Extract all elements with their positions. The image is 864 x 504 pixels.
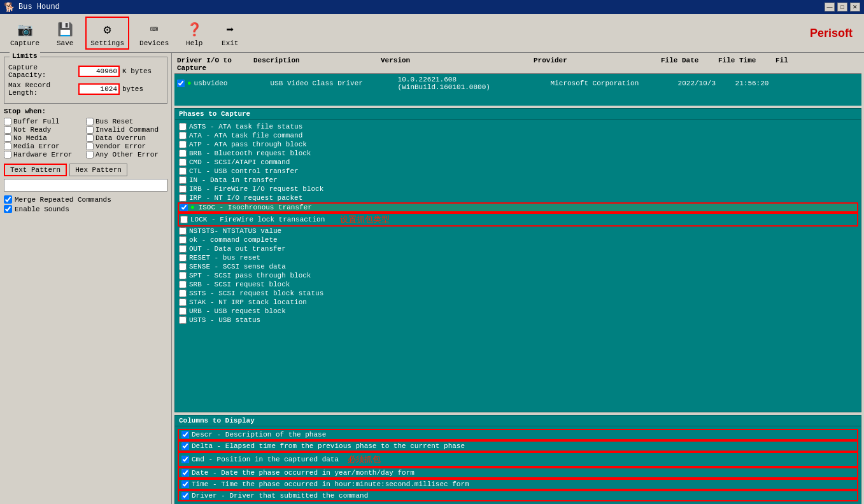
- phase-ata-label: ATA - ATA task file command: [189, 132, 302, 139]
- phase-lock-label: LOCK - FireWire lock transaction: [190, 216, 325, 223]
- phases-header: Phases to Capture: [175, 109, 861, 120]
- hardware-error-checkbox[interactable]: [4, 151, 11, 158]
- merge-repeated-commands-checkbox[interactable]: [4, 195, 12, 204]
- phase-brb-label: BRB - Bluetooth request block: [189, 150, 311, 157]
- phase-irb-checkbox[interactable]: [179, 185, 187, 193]
- list-item: CMD - SCSI/ATAPI command: [178, 158, 858, 167]
- list-item: RESET - bus reset: [178, 253, 858, 262]
- list-item: ● ISOC - Isochronous transfer: [178, 202, 858, 213]
- phase-asts-checkbox[interactable]: [179, 123, 187, 130]
- phase-out-label: OUT - Data out transfer: [189, 245, 286, 253]
- columns-red-annotation: 必须抓包: [348, 454, 381, 465]
- close-button[interactable]: ✕: [850, 3, 860, 11]
- left-panel: Limits Capture Capacity: K bytes Max Rec…: [0, 53, 172, 504]
- vendor-error-checkbox[interactable]: [86, 143, 94, 150]
- phase-ctl-checkbox[interactable]: [179, 167, 187, 175]
- any-other-error-checkbox[interactable]: [86, 151, 94, 158]
- minimize-button[interactable]: —: [825, 3, 835, 11]
- phase-ssts-label: SSTS - SCSI request block status: [189, 290, 323, 297]
- phase-ssts-checkbox[interactable]: [179, 290, 187, 297]
- phase-ok-checkbox[interactable]: [179, 236, 187, 244]
- max-record-label: Max Record Length:: [8, 81, 78, 97]
- phase-cmd-checkbox[interactable]: [179, 158, 187, 166]
- max-record-length-row: Max Record Length: bytes: [8, 81, 163, 97]
- settings-button[interactable]: ⚙️ Settings: [85, 17, 129, 50]
- options-section: Merge Repeated Commands Enable Sounds: [4, 195, 167, 213]
- not-ready-checkbox[interactable]: [4, 126, 11, 134]
- phase-ata-checkbox[interactable]: [179, 132, 187, 139]
- list-item: BRB - Bluetooth request block: [178, 149, 858, 158]
- phase-spt-checkbox[interactable]: [179, 272, 187, 279]
- phase-ok-label: ok - command complete: [189, 236, 278, 244]
- text-pattern-button[interactable]: Text Pattern: [4, 164, 67, 176]
- col-time-checkbox[interactable]: [181, 480, 189, 488]
- phase-usts-checkbox[interactable]: [179, 316, 187, 324]
- capture-capacity-input[interactable]: [78, 66, 120, 77]
- help-button[interactable]: ❓ Help: [179, 17, 209, 50]
- bus-reset-checkbox[interactable]: [86, 118, 94, 125]
- list-item: ATA - ATA task file command: [178, 131, 858, 140]
- green-dot-icon: ●: [187, 80, 192, 87]
- phase-out-checkbox[interactable]: [179, 245, 187, 253]
- devices-button[interactable]: ⌨️ Devices: [134, 17, 174, 50]
- col-cmd-checkbox[interactable]: [181, 456, 189, 463]
- buffer-full-checkbox[interactable]: [4, 118, 11, 125]
- merge-repeated-commands-label: Merge Repeated Commands: [15, 196, 111, 204]
- driver-table-header: Driver I/O to Capture Description Versio…: [174, 55, 861, 74]
- list-item: NSTSTS- NTSTATUS value: [178, 227, 858, 235]
- save-button[interactable]: 💾 Save: [50, 17, 80, 50]
- data-overrun-checkbox[interactable]: [86, 134, 94, 142]
- maximize-button[interactable]: □: [837, 3, 847, 11]
- capture-button[interactable]: 📷 Capture: [5, 17, 45, 50]
- col-date-label: Date - Date the phase occurred in year/m…: [192, 469, 414, 477]
- list-item: SPT - SCSI pass through block: [178, 271, 858, 280]
- phase-urb-label: URB - USB request block: [189, 307, 286, 315]
- col-descr-checkbox[interactable]: [181, 431, 189, 438]
- phase-stak-checkbox[interactable]: [179, 298, 187, 306]
- phase-reset-checkbox[interactable]: [179, 254, 187, 262]
- media-error-checkbox[interactable]: [4, 143, 11, 150]
- list-item: URB - USB request block: [178, 307, 858, 316]
- pattern-buttons: Text Pattern Hex Pattern: [4, 164, 167, 176]
- col-delta-checkbox[interactable]: [181, 442, 189, 450]
- phase-brb-checkbox[interactable]: [179, 150, 187, 157]
- list-item: Driver - Driver that submitted the comma…: [178, 490, 858, 501]
- hex-pattern-button[interactable]: Hex Pattern: [69, 164, 127, 176]
- phase-atp-checkbox[interactable]: [179, 141, 187, 148]
- header-driver: Driver I/O to Capture: [177, 57, 253, 72]
- col-driver-checkbox[interactable]: [181, 492, 189, 500]
- phase-urb-checkbox[interactable]: [179, 307, 187, 315]
- driver-date: 2022/10/3: [678, 80, 735, 87]
- phase-isoc-checkbox[interactable]: [180, 204, 188, 211]
- phases-red-annotation: 设置抓包类型: [340, 214, 390, 225]
- phase-lock-checkbox[interactable]: [180, 216, 188, 223]
- phase-asts-label: ASTS - ATA task file status: [189, 123, 302, 130]
- driver-name: usbvideo: [194, 80, 271, 87]
- devices-icon: ⌨️: [144, 19, 164, 39]
- no-media-item: No Media: [4, 134, 85, 142]
- phase-nststs-label: NSTSTS- NTSTATUS value: [189, 227, 281, 235]
- media-error-item: Media Error: [4, 143, 85, 150]
- phase-nststs-checkbox[interactable]: [179, 227, 187, 235]
- list-item: IN - Data in transfer: [178, 176, 858, 185]
- stop-when-section: Stop when: Buffer Full Bus Reset Not Rea…: [4, 108, 167, 158]
- col-date-checkbox[interactable]: [181, 469, 189, 477]
- invalid-command-checkbox[interactable]: [86, 126, 94, 134]
- save-icon: 💾: [55, 19, 75, 39]
- pattern-input[interactable]: [4, 179, 167, 192]
- list-item: Cmd - Position in the captured data 必须抓包: [178, 452, 858, 467]
- phase-irp-checkbox[interactable]: [179, 194, 187, 202]
- phase-in-checkbox[interactable]: [179, 176, 187, 184]
- phase-srb-checkbox[interactable]: [179, 281, 187, 288]
- enable-sounds-checkbox[interactable]: [4, 205, 12, 213]
- right-panel: Driver I/O to Capture Description Versio…: [172, 53, 864, 504]
- no-media-checkbox[interactable]: [4, 134, 11, 142]
- exit-button[interactable]: ➡️ Exit: [215, 17, 245, 50]
- capture-capacity-row: Capture Capacity: K bytes: [8, 64, 163, 79]
- phase-sense-checkbox[interactable]: [179, 263, 187, 270]
- columns-body: Descr - Description of the phase Delta -…: [175, 426, 861, 504]
- driver-row-checkbox[interactable]: [177, 80, 185, 87]
- phase-atp-label: ATP - ATA pass through block: [189, 141, 307, 148]
- phases-panel: Phases to Capture ASTS - ATA task file s…: [174, 108, 861, 412]
- max-record-input[interactable]: [78, 83, 120, 95]
